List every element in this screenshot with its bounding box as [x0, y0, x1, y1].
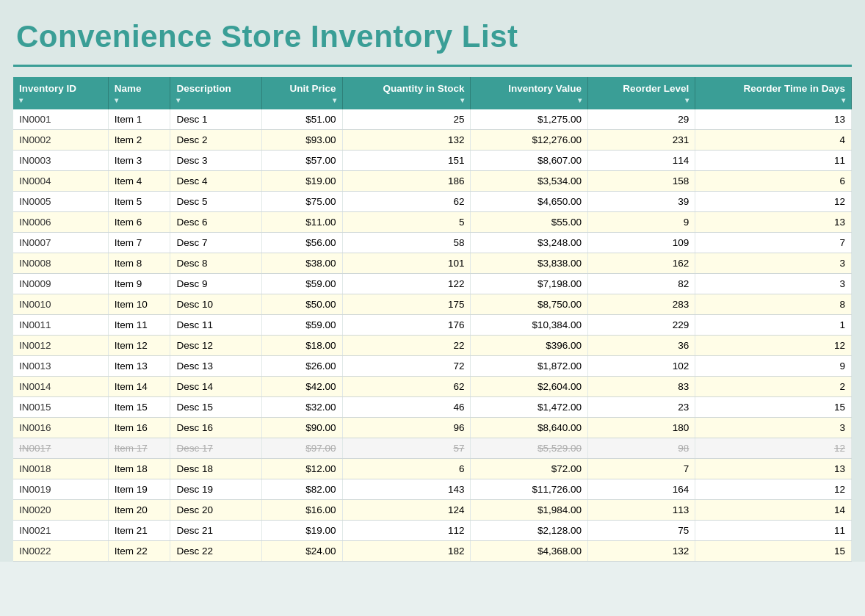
cell-desc: Desc 7	[170, 233, 262, 253]
table-row: IN0022Item 22Desc 22$24.00182$4,368.0013…	[13, 541, 852, 562]
table-row: IN0005Item 5Desc 5$75.0062$4,650.003912	[13, 192, 852, 212]
col-header-id[interactable]: Inventory ID ▾	[13, 77, 108, 109]
cell-desc: Desc 11	[170, 315, 262, 336]
table-row: IN0018Item 18Desc 18$12.006$72.00713	[13, 459, 852, 479]
table-row: IN0001Item 1Desc 1$51.0025$1,275.002913	[13, 109, 852, 130]
cell-desc: Desc 20	[170, 500, 262, 521]
cell-desc: Desc 3	[170, 151, 262, 171]
cell-qty: 5	[342, 212, 471, 233]
cell-desc: Desc 19	[170, 479, 262, 500]
col-header-unit_price[interactable]: Unit Price ▾	[262, 77, 342, 109]
cell-reorder_time: 13	[695, 212, 852, 233]
cell-reorder_level: 29	[588, 109, 695, 130]
dropdown-arrow-icon[interactable]: ▾	[842, 96, 845, 104]
cell-qty: 112	[342, 521, 471, 541]
cell-qty: 62	[342, 377, 471, 397]
cell-id: IN0021	[13, 521, 108, 541]
cell-desc: Desc 6	[170, 212, 262, 233]
cell-id: IN0003	[13, 151, 108, 171]
cell-reorder_time: 7	[695, 233, 852, 253]
cell-reorder_level: 229	[588, 315, 695, 336]
cell-reorder_level: 102	[588, 356, 695, 377]
cell-qty: 132	[342, 130, 471, 151]
cell-reorder_time: 9	[695, 356, 852, 377]
cell-reorder_level: 132	[588, 541, 695, 562]
cell-reorder_time: 12	[695, 192, 852, 212]
cell-desc: Desc 9	[170, 274, 262, 294]
cell-reorder_time: 12	[695, 479, 852, 500]
cell-reorder_level: 180	[588, 418, 695, 438]
cell-inv_value: $1,872.00	[471, 356, 588, 377]
cell-reorder_level: 114	[588, 151, 695, 171]
cell-id: IN0001	[13, 109, 108, 130]
cell-reorder_level: 82	[588, 274, 695, 294]
cell-name: Item 15	[108, 397, 170, 418]
cell-reorder_level: 98	[588, 438, 695, 459]
cell-id: IN0002	[13, 130, 108, 151]
cell-reorder_time: 11	[695, 521, 852, 541]
cell-qty: 6	[342, 459, 471, 479]
cell-inv_value: $12,276.00	[471, 130, 588, 151]
dropdown-arrow-icon[interactable]: ▾	[176, 96, 180, 104]
col-header-inv_value[interactable]: Inventory Value ▾	[471, 77, 588, 109]
cell-qty: 143	[342, 479, 471, 500]
cell-name: Item 20	[108, 500, 170, 521]
cell-unit_price: $38.00	[262, 253, 342, 274]
cell-inv_value: $8,607.00	[471, 151, 588, 171]
col-label-reorder_level: Reorder Level	[594, 83, 689, 94]
table-row: IN0011Item 11Desc 11$59.00176$10,384.002…	[13, 315, 852, 336]
cell-inv_value: $55.00	[471, 212, 588, 233]
cell-inv_value: $2,604.00	[471, 377, 588, 397]
table-row: IN0014Item 14Desc 14$42.0062$2,604.00832	[13, 377, 852, 397]
cell-qty: 176	[342, 315, 471, 336]
col-header-qty[interactable]: Quantity in Stock ▾	[342, 77, 471, 109]
cell-inv_value: $5,529.00	[471, 438, 588, 459]
table-row: IN0007Item 7Desc 7$56.0058$3,248.001097	[13, 233, 852, 253]
cell-desc: Desc 12	[170, 336, 262, 356]
cell-unit_price: $32.00	[262, 397, 342, 418]
dropdown-arrow-icon[interactable]: ▾	[685, 96, 689, 104]
cell-name: Item 21	[108, 521, 170, 541]
cell-reorder_time: 15	[695, 541, 852, 562]
col-header-reorder_level[interactable]: Reorder Level ▾	[588, 77, 695, 109]
cell-unit_price: $50.00	[262, 294, 342, 315]
cell-qty: 62	[342, 192, 471, 212]
cell-id: IN0007	[13, 233, 108, 253]
cell-name: Item 2	[108, 130, 170, 151]
cell-name: Item 10	[108, 294, 170, 315]
cell-reorder_level: 109	[588, 233, 695, 253]
table-row: IN0015Item 15Desc 15$32.0046$1,472.00231…	[13, 397, 852, 418]
cell-reorder_level: 162	[588, 253, 695, 274]
dropdown-arrow-icon[interactable]: ▾	[115, 96, 118, 104]
cell-unit_price: $90.00	[262, 418, 342, 438]
cell-inv_value: $8,640.00	[471, 418, 588, 438]
dropdown-arrow-icon[interactable]: ▾	[19, 96, 23, 104]
col-header-reorder_time[interactable]: Reorder Time in Days ▾	[695, 77, 852, 109]
cell-inv_value: $4,368.00	[471, 541, 588, 562]
dropdown-arrow-icon[interactable]: ▾	[333, 96, 336, 104]
cell-reorder_time: 3	[695, 253, 852, 274]
cell-name: Item 22	[108, 541, 170, 562]
cell-inv_value: $3,838.00	[471, 253, 588, 274]
dropdown-arrow-icon[interactable]: ▾	[578, 96, 582, 104]
cell-desc: Desc 4	[170, 171, 262, 192]
cell-name: Item 11	[108, 315, 170, 336]
cell-name: Item 16	[108, 418, 170, 438]
table-wrapper: Inventory ID ▾Name ▾Description ▾Unit Pr…	[13, 77, 852, 562]
col-header-desc[interactable]: Description ▾	[170, 77, 262, 109]
cell-qty: 58	[342, 233, 471, 253]
table-row: IN0016Item 16Desc 16$90.0096$8,640.00180…	[13, 418, 852, 438]
cell-unit_price: $56.00	[262, 233, 342, 253]
cell-unit_price: $42.00	[262, 377, 342, 397]
cell-reorder_time: 6	[695, 171, 852, 192]
cell-desc: Desc 16	[170, 418, 262, 438]
dropdown-arrow-icon[interactable]: ▾	[460, 96, 464, 104]
cell-reorder_level: 39	[588, 192, 695, 212]
table-row: IN0006Item 6Desc 6$11.005$55.00913	[13, 212, 852, 233]
cell-reorder_time: 13	[695, 459, 852, 479]
table-row: IN0013Item 13Desc 13$26.0072$1,872.00102…	[13, 356, 852, 377]
cell-reorder_level: 7	[588, 459, 695, 479]
inventory-table: Inventory ID ▾Name ▾Description ▾Unit Pr…	[13, 77, 852, 562]
col-header-name[interactable]: Name ▾	[108, 77, 170, 109]
cell-unit_price: $59.00	[262, 315, 342, 336]
